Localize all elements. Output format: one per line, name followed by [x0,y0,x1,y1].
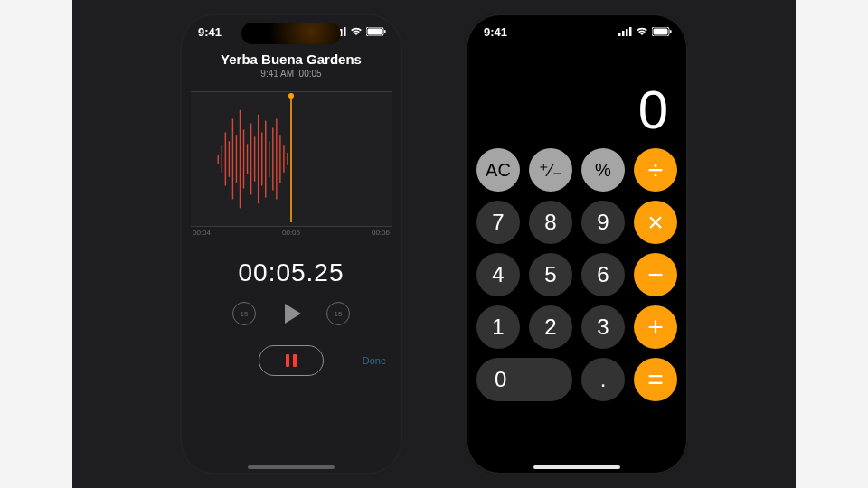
battery-icon [652,27,672,36]
wifi-icon [636,27,648,36]
done-button[interactable]: Done [363,355,386,366]
waveform-timeline-ticks: 00:04 00:05 00:06 [180,227,402,239]
digit-7-button[interactable]: 7 [476,201,520,244]
decimal-button[interactable]: . [581,358,625,401]
plus-button[interactable]: + [634,305,677,349]
battery-icon [366,27,386,36]
svg-rect-29 [618,33,621,36]
calculator-display: 0 [466,44,688,148]
digit-4-button[interactable]: 4 [476,253,520,296]
svg-rect-34 [654,29,668,35]
digit-8-button[interactable]: 8 [529,201,572,244]
seek-forward-15-button[interactable]: 15 [326,302,350,325]
digit-3-button[interactable]: 3 [581,305,625,349]
dynamic-island [542,23,611,41]
divide-button[interactable]: ÷ [634,148,677,192]
seek-fwd-label: 15 [335,310,343,318]
digit-2-button[interactable]: 2 [529,305,572,349]
voice-memos-phone: 9:41 Yerba Buena Gardens 9:41 AM 00:05 0… [180,14,402,474]
svg-point-28 [288,93,294,99]
dynamic-island [241,23,341,44]
home-indicator[interactable] [248,465,335,469]
calculator-phone: 9:41 0 AC⁺∕₋%÷789×456−123+0.= [466,14,688,474]
digit-1-button[interactable]: 1 [476,305,520,349]
svg-rect-3 [344,27,346,36]
percent-button[interactable]: % [581,148,625,192]
svg-rect-32 [629,27,632,36]
svg-rect-30 [622,31,625,36]
recording-title: Yerba Buena Gardens [180,52,402,67]
home-indicator[interactable] [533,465,620,469]
status-time: 9:41 [198,25,222,39]
tick-label: 00:06 [372,229,390,237]
playback-controls: 15 15 [180,302,402,325]
svg-rect-6 [384,30,386,33]
equals-button[interactable]: = [634,358,677,401]
play-icon[interactable] [285,304,301,324]
tick-label: 00:04 [193,229,211,237]
recording-time: 9:41 AM [260,69,294,79]
digit-5-button[interactable]: 5 [529,253,572,296]
decorative-panel-left [0,0,72,488]
pause-recording-button[interactable] [259,345,324,376]
digit-6-button[interactable]: 6 [581,253,625,296]
wifi-icon [350,27,363,36]
recording-header: Yerba Buena Gardens 9:41 AM 00:05 [180,52,402,79]
seek-back-label: 15 [241,310,249,318]
elapsed-timer: 00:05.25 [180,258,402,287]
seek-back-15-button[interactable]: 15 [232,302,256,325]
digit-9-button[interactable]: 9 [581,201,625,244]
status-time: 9:41 [484,25,507,39]
digit-0-button[interactable]: 0 [476,358,572,401]
recording-duration: 00:05 [299,69,322,79]
decorative-panel-right [796,0,868,488]
pause-icon [286,354,297,367]
waveform-icon [191,92,392,226]
sign-button[interactable]: ⁺∕₋ [529,148,572,192]
calculator-keypad: AC⁺∕₋%÷789×456−123+0.= [466,148,688,425]
cellular-signal-icon [618,27,632,36]
svg-rect-35 [670,30,672,33]
svg-rect-31 [626,29,628,36]
tick-label: 00:05 [282,229,300,237]
waveform-view[interactable] [191,91,392,227]
minus-button[interactable]: − [634,253,677,296]
clear-button[interactable]: AC [476,148,520,192]
multiply-button[interactable]: × [634,201,677,244]
svg-rect-5 [368,29,382,35]
